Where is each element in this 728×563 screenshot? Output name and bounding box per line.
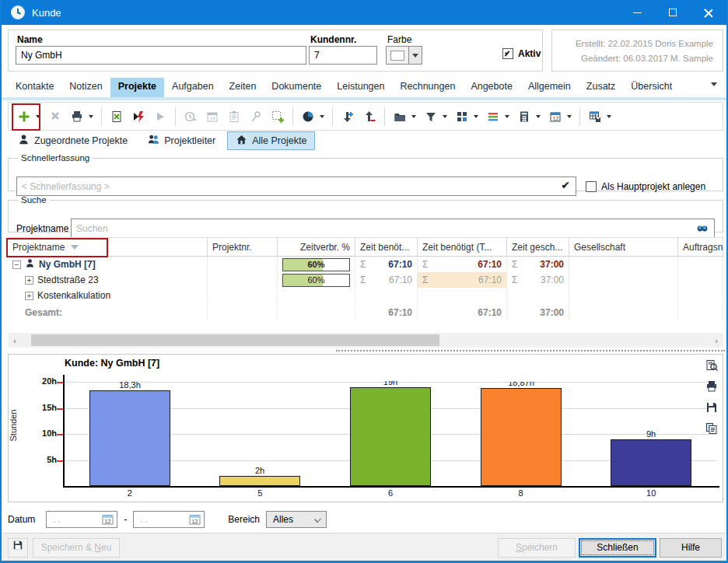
collapse-minus-icon[interactable]: −: [12, 261, 21, 269]
schnellerfassung-input[interactable]: [16, 177, 576, 196]
maximize-button[interactable]: [655, 0, 691, 25]
footer-bar: Speichern & NeuSpeichernSchließenHilfe: [2, 533, 726, 561]
close-button[interactable]: Schließen: [579, 538, 656, 558]
chevron-down-icon[interactable]: [36, 115, 40, 118]
chevron-down-icon[interactable]: [474, 115, 478, 118]
chart-preview-button[interactable]: [705, 359, 718, 375]
tab-aufgaben[interactable]: Aufgaben: [164, 78, 222, 97]
tab-dokumente[interactable]: Dokumente: [264, 78, 329, 97]
column-header-zeitverbr-[interactable]: Zeitverbr. %: [278, 238, 355, 256]
jump-button[interactable]: [128, 107, 149, 127]
name-input[interactable]: [16, 46, 306, 65]
splitter-handle[interactable]: [336, 350, 725, 351]
sort-down-add-button[interactable]: [337, 107, 359, 127]
audit-info-box: Erstellt: 22.02.2015 Doris Example Geänd…: [551, 30, 723, 72]
subtab-alle-projekte[interactable]: Alle Projekte: [227, 131, 315, 150]
grouping-button[interactable]: [451, 107, 482, 127]
farbe-combobox[interactable]: [386, 46, 422, 65]
column-header-auftragsnu[interactable]: Auftragsnu: [678, 238, 723, 256]
tab-overflow-button[interactable]: [711, 82, 717, 86]
tab-allgemein[interactable]: Allgemein: [520, 78, 579, 97]
chart-save-button[interactable]: [705, 401, 718, 417]
calendar-button[interactable]: 12: [544, 107, 576, 127]
chart-bar[interactable]: [219, 476, 300, 486]
table-row[interactable]: −Ny GmbH [7]60%Σ67:10Σ67:10Σ37:00: [8, 257, 723, 272]
chevron-down-icon[interactable]: [567, 115, 572, 118]
chevron-down-icon[interactable]: [536, 115, 541, 118]
date-from-input[interactable]: . . 12: [46, 511, 117, 528]
confirm-check-icon[interactable]: ✔: [561, 179, 570, 191]
chart-bar[interactable]: [350, 387, 431, 486]
chart-bar[interactable]: [89, 390, 170, 486]
chart-bar[interactable]: [481, 388, 562, 486]
search-input[interactable]: [71, 219, 715, 238]
table-save-button[interactable]: [584, 107, 615, 127]
calendar-icon[interactable]: 12: [102, 513, 114, 527]
calculator-button[interactable]: [513, 107, 544, 127]
column-header-projektnr-[interactable]: Projektnr.: [208, 238, 278, 256]
bar-value-label: 2h: [219, 466, 300, 475]
chevron-down-icon[interactable]: [505, 115, 509, 118]
filter-button[interactable]: [420, 107, 451, 127]
print-button[interactable]: [66, 107, 97, 127]
scrollbar-thumb[interactable]: [31, 334, 439, 346]
calendar-icon[interactable]: 12: [189, 513, 201, 527]
pie-chart-button[interactable]: [297, 107, 328, 127]
table-row[interactable]: +Stedtstraße 2360%Σ67:10Σ67:10Σ37:00: [8, 272, 723, 288]
color-swatch-button[interactable]: [386, 46, 409, 65]
chart-print-button[interactable]: [705, 380, 718, 396]
help-button[interactable]: Hilfe: [660, 538, 722, 558]
tab-rechnungen[interactable]: Rechnungen: [392, 78, 463, 97]
chevron-down-icon[interactable]: [607, 115, 611, 118]
horizontal-scrollbar[interactable]: ‹ ›: [8, 333, 723, 348]
tab-angebote[interactable]: Angebote: [463, 78, 520, 97]
date-to-input[interactable]: . . 12: [133, 511, 205, 528]
excel-export-button[interactable]: [106, 107, 128, 127]
expand-plus-icon[interactable]: +: [25, 276, 33, 285]
add-button[interactable]: [13, 107, 44, 127]
tab-projekte[interactable]: Projekte: [110, 78, 164, 97]
column-header-gesellschaft[interactable]: Gesellschaft: [569, 238, 678, 256]
chevron-down-icon[interactable]: [411, 115, 416, 118]
projects-toolbar: 1412: [8, 102, 723, 131]
chart-copy-button[interactable]: [705, 422, 718, 438]
save-icon-button[interactable]: [8, 538, 28, 558]
chart-bar[interactable]: [611, 439, 691, 486]
table-row[interactable]: +Kostenkalkulation: [8, 288, 723, 303]
tab--bersicht[interactable]: Übersicht: [623, 78, 680, 97]
chevron-down-icon[interactable]: [320, 115, 324, 118]
sort-up-remove-button[interactable]: [359, 107, 380, 127]
bereich-select[interactable]: Alles: [266, 511, 327, 528]
column-header-zeit-ben-t-[interactable]: Zeit benöt...: [355, 238, 418, 256]
aktiv-checkbox[interactable]: [502, 48, 513, 59]
frame-add-button[interactable]: [267, 107, 289, 127]
arrdown-icon: [338, 107, 357, 126]
tab-notizen[interactable]: Notizen: [61, 78, 110, 97]
tab-zusatz[interactable]: Zusatz: [579, 78, 624, 97]
minimize-button[interactable]: [619, 0, 655, 25]
subtab-zugeordnete-projekte[interactable]: Zugeordnete Projekte: [9, 131, 136, 150]
column-header-projektname[interactable]: Projektname: [8, 238, 208, 256]
color-dropdown-button[interactable]: [409, 46, 422, 65]
tab-leistungen[interactable]: Leistungen: [329, 78, 392, 97]
binoculars-icon[interactable]: [696, 222, 709, 236]
folder-button[interactable]: [389, 107, 420, 127]
cell-empty: [678, 272, 723, 288]
tab-strip: [2, 97, 726, 100]
highlight-lines-button[interactable]: [482, 107, 513, 127]
toolbar-separator: [101, 107, 102, 126]
hauptprojekt-checkbox[interactable]: [586, 181, 597, 192]
subtab-projektleiter[interactable]: Projektleiter: [139, 131, 224, 150]
chevron-down-icon[interactable]: [443, 115, 447, 118]
tab-zeiten[interactable]: Zeiten: [222, 78, 264, 97]
chevron-down-icon[interactable]: [89, 115, 93, 118]
scroll-right-icon[interactable]: ›: [709, 336, 723, 345]
close-button[interactable]: [691, 0, 726, 25]
scroll-left-icon[interactable]: ‹: [8, 336, 22, 345]
column-header-zeit-gesch-[interactable]: Zeit gesch...: [507, 238, 569, 256]
cell-gesamt-label: Gesamt:: [8, 305, 208, 320]
expand-plus-icon[interactable]: +: [25, 292, 33, 300]
column-header-zeit-ben-tigt-t-[interactable]: Zeit benötigt (T...: [418, 238, 507, 256]
kundennr-input[interactable]: [309, 46, 377, 65]
tab-kontakte[interactable]: Kontakte: [8, 78, 61, 97]
